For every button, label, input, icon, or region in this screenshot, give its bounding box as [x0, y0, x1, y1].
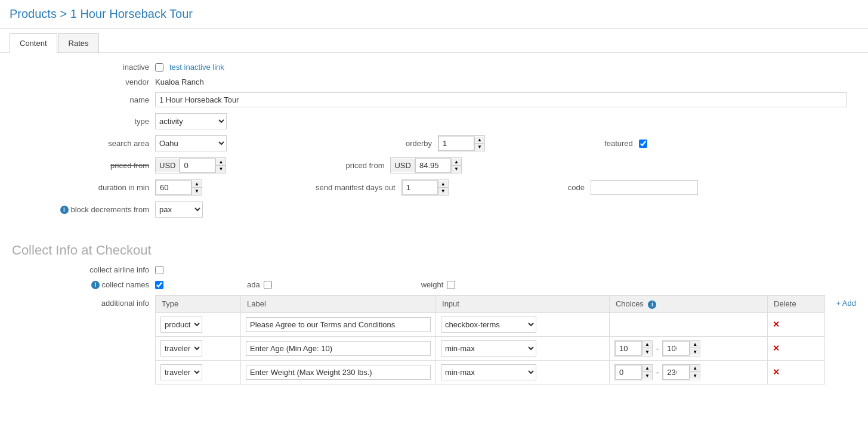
row1-choices-cell — [609, 312, 767, 336]
code-input[interactable] — [591, 180, 698, 195]
row3-type-select[interactable]: product traveler — [160, 364, 202, 380]
orderby-spinner: ▲ ▼ — [438, 135, 485, 151]
name-input[interactable] — [155, 92, 847, 107]
row2-min-down[interactable]: ▼ — [642, 348, 652, 355]
row2-max-input[interactable] — [663, 341, 690, 356]
priced-from-row: priced from USD ▲ ▼ priced from USD ▲ ▼ — [12, 157, 856, 173]
weight-checkbox[interactable] — [447, 281, 455, 289]
row1-label-input[interactable] — [246, 317, 431, 332]
priced-from2-up[interactable]: ▲ — [452, 159, 461, 166]
tab-rates[interactable]: Rates — [58, 33, 99, 52]
send-manifest-spinner: ▲ ▼ — [401, 179, 449, 196]
code-label: code — [568, 183, 585, 192]
row2-max-down[interactable]: ▼ — [690, 348, 700, 355]
send-manifest-input[interactable] — [402, 180, 438, 195]
test-inactive-link[interactable]: test inactive link — [169, 63, 224, 72]
featured-checkbox[interactable] — [639, 140, 647, 148]
row3-max-input[interactable] — [663, 365, 690, 380]
collect-names-checkbox[interactable] — [155, 281, 163, 289]
type-label: type — [12, 117, 155, 126]
row2-max-up[interactable]: ▲ — [690, 341, 700, 348]
duration-spinner: ▲ ▼ — [155, 179, 202, 196]
priced-from-up[interactable]: ▲ — [216, 159, 226, 166]
priced-from2-down[interactable]: ▼ — [452, 166, 461, 173]
priced-from-label: priced from — [12, 161, 155, 170]
row2-min-up[interactable]: ▲ — [642, 341, 652, 348]
additional-info-table: Type Label Input Choices i Delete — [155, 295, 825, 385]
inactive-row: inactive test inactive link — [12, 63, 856, 72]
priced-from-input[interactable] — [180, 158, 215, 173]
tab-content[interactable]: Content — [10, 33, 57, 53]
ada-label: ada — [247, 280, 260, 289]
ada-checkbox[interactable] — [264, 281, 272, 289]
main-form: inactive test inactive link vendor Kualo… — [0, 53, 868, 233]
row2-minmax: ▲ ▼ - ▲ ▼ — [614, 340, 762, 356]
block-decrements-row: i block decrements from pax booking — [12, 202, 856, 218]
collect-names-info-icon: i — [91, 281, 100, 289]
col-choices: Choices i — [609, 296, 767, 313]
vendor-row: vendor Kualoa Ranch — [12, 78, 856, 86]
choices-info-icon: i — [648, 300, 656, 309]
row3-label-input[interactable] — [246, 365, 431, 380]
inactive-checkbox[interactable] — [155, 63, 163, 72]
name-row: name — [12, 92, 856, 107]
row3-min-down[interactable]: ▼ — [642, 372, 652, 379]
block-decrements-select[interactable]: pax booking — [155, 202, 203, 218]
priced-from-down[interactable]: ▼ — [216, 166, 226, 173]
inactive-label: inactive — [12, 63, 155, 72]
row1-input-cell: checkbox-terms text min-max — [436, 312, 610, 336]
block-decrements-info-icon: i — [60, 206, 69, 214]
send-manifest-down[interactable]: ▼ — [438, 188, 448, 195]
search-area-row: search area Oahu Maui Big Island orderby… — [12, 135, 856, 151]
orderby-input[interactable] — [438, 136, 474, 151]
row2-label-input[interactable] — [246, 341, 431, 356]
row2-input-select[interactable]: checkbox-terms text min-max — [441, 340, 536, 356]
add-button[interactable]: + Add — [836, 299, 856, 308]
duration-label: duration in min — [12, 183, 155, 192]
row2-type-cell: product traveler — [156, 336, 241, 360]
row2-choices-cell: ▲ ▼ - ▲ ▼ — [609, 336, 767, 360]
col-label: Label — [240, 296, 435, 313]
table-row: product traveler checkbox-terms text mi — [156, 336, 825, 360]
priced-from2-input[interactable] — [415, 158, 451, 173]
duration-input[interactable] — [156, 180, 191, 195]
row3-max-up[interactable]: ▲ — [690, 365, 700, 372]
row2-type-select[interactable]: product traveler — [160, 340, 202, 356]
type-row: type activity rental shuttle — [12, 113, 856, 129]
featured-label: featured — [604, 139, 633, 148]
row2-label-cell — [240, 336, 435, 360]
row1-input-select[interactable]: checkbox-terms text min-max — [441, 317, 536, 333]
col-input: Input — [436, 296, 610, 313]
additional-info-label: additional info — [12, 295, 155, 308]
collect-names-row: i collect names ada weight — [12, 280, 856, 289]
priced-from2-label: priced from — [345, 161, 384, 170]
row1-type-select[interactable]: product traveler — [160, 317, 202, 333]
row3-dash: - — [656, 368, 659, 377]
row1-type-cell: product traveler — [156, 312, 241, 336]
table-row: product traveler checkbox-terms text mi — [156, 360, 825, 384]
priced-from-spinner: USD ▲ ▼ — [155, 157, 226, 173]
type-select[interactable]: activity rental shuttle — [155, 113, 227, 129]
row2-delete-button[interactable]: ✕ — [773, 343, 780, 353]
row3-min-input[interactable] — [615, 365, 642, 380]
duration-up[interactable]: ▲ — [192, 181, 202, 188]
row2-dash: - — [656, 344, 659, 353]
search-area-select[interactable]: Oahu Maui Big Island — [155, 135, 227, 151]
row3-minmax: ▲ ▼ - ▲ ▼ — [614, 364, 762, 380]
row3-delete-cell: ✕ — [768, 360, 825, 384]
row1-delete-cell: ✕ — [768, 312, 825, 336]
collect-airline-checkbox[interactable] — [155, 266, 163, 274]
send-manifest-up[interactable]: ▲ — [438, 181, 448, 188]
col-delete: Delete — [768, 296, 825, 313]
row1-delete-button[interactable]: ✕ — [773, 320, 780, 329]
checkout-section: collect airline info i collect names ada… — [0, 265, 868, 402]
row3-delete-button[interactable]: ✕ — [773, 367, 780, 377]
duration-down[interactable]: ▼ — [192, 188, 202, 195]
row3-max-down[interactable]: ▼ — [690, 372, 700, 379]
row2-min-input[interactable] — [615, 341, 642, 356]
row3-input-select[interactable]: checkbox-terms text min-max — [441, 364, 536, 380]
orderby-down[interactable]: ▼ — [475, 144, 484, 151]
collect-names-label: collect names — [102, 280, 149, 289]
row3-min-up[interactable]: ▲ — [642, 365, 652, 372]
orderby-up[interactable]: ▲ — [475, 137, 484, 144]
